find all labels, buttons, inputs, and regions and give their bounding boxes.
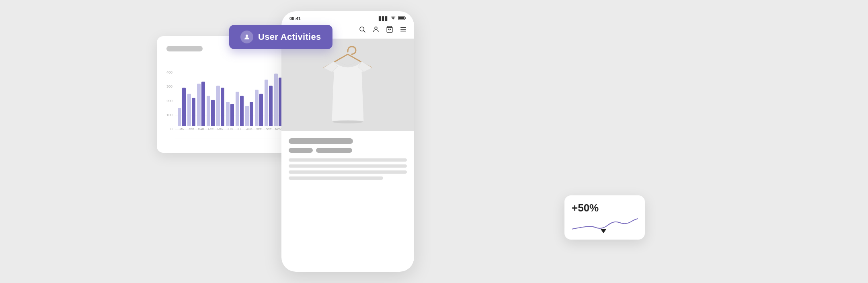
bar-wrapper-9 <box>265 80 273 126</box>
chart-title-placeholder <box>166 46 203 51</box>
phone-product-image <box>281 39 414 131</box>
cart-icon[interactable] <box>386 26 393 35</box>
y-label-400: 400 <box>166 71 172 74</box>
product-line-2 <box>289 164 407 168</box>
bar-light-4 <box>216 86 220 126</box>
bar-wrapper-7 <box>245 102 253 126</box>
bar-dark-4 <box>221 88 224 126</box>
bar-light-0 <box>178 108 181 126</box>
y-label-0: 0 <box>166 127 172 131</box>
phone-time: 09:41 <box>289 16 301 21</box>
bar-label-2: MAR <box>198 128 204 131</box>
bar-label-3: APR <box>208 128 213 131</box>
bar-wrapper-3 <box>207 96 215 126</box>
bar-label-1: FEB <box>189 128 194 131</box>
bar-dark-1 <box>192 98 195 126</box>
phone-status-icons: ▋▋▋ <box>379 15 406 22</box>
badge-label: User Activities <box>258 32 321 42</box>
bar-dark-5 <box>230 104 234 126</box>
product-lines <box>289 158 407 180</box>
bar-wrapper-1 <box>187 94 195 126</box>
bar-light-6 <box>236 92 239 126</box>
widget-card: +50% <box>564 195 645 240</box>
search-icon[interactable] <box>359 26 366 35</box>
product-tag-2 <box>316 148 352 153</box>
y-label-200: 200 <box>166 99 172 103</box>
product-tag-1 <box>289 148 313 153</box>
bar-label-8: SEP <box>256 128 262 131</box>
bar-group-jun: JUN <box>226 102 234 131</box>
bar-light-8 <box>255 90 259 126</box>
svg-point-13 <box>332 120 363 123</box>
product-title-placeholder <box>289 138 353 144</box>
svg-line-5 <box>363 31 365 32</box>
cursor-icon <box>601 229 606 233</box>
bar-group-may: MAY <box>216 86 224 131</box>
user-icon <box>240 31 253 43</box>
phone-frame: 09:41 ▋▋▋ <box>281 11 414 272</box>
bar-dark-3 <box>211 100 215 126</box>
menu-icon[interactable] <box>400 26 407 35</box>
phone-product-info <box>281 131 414 180</box>
bar-label-6: JUL <box>237 128 242 131</box>
bar-group-sep: SEP <box>255 90 263 131</box>
bar-wrapper-5 <box>226 102 234 126</box>
bar-wrapper-2 <box>197 82 205 126</box>
bar-group-feb: FEB <box>187 94 195 131</box>
bar-dark-9 <box>269 86 273 126</box>
bar-group-jul: JUL <box>236 92 244 131</box>
bar-group-aug: AUG <box>245 102 253 131</box>
bar-light-1 <box>187 94 191 126</box>
bar-label-9: OCT <box>266 128 272 131</box>
bar-label-7: AUG <box>246 128 252 131</box>
bar-dark-8 <box>259 94 263 126</box>
bar-dark-6 <box>240 96 244 126</box>
widget-percent-label: +50% <box>572 202 638 214</box>
bar-label-5: JUN <box>227 128 233 131</box>
bar-wrapper-8 <box>255 90 263 126</box>
bar-label-10: NOV <box>275 128 281 131</box>
product-tags <box>289 148 407 153</box>
bar-group-apr: APR <box>207 96 215 131</box>
bar-wrapper-4 <box>216 86 224 126</box>
y-label-100: 100 <box>166 113 172 117</box>
bar-label-4: MAY <box>218 128 224 131</box>
chart-y-labels: 0 100 200 300 400 <box>166 71 172 139</box>
svg-rect-2 <box>398 17 404 19</box>
battery-icon <box>398 16 406 21</box>
bar-group-oct: OCT <box>265 80 273 131</box>
product-line-3 <box>289 170 407 174</box>
bar-group-jan: JAN <box>178 88 186 131</box>
wifi-icon <box>390 15 396 22</box>
product-line-1 <box>289 158 407 162</box>
bar-light-2 <box>197 84 201 126</box>
svg-point-0 <box>246 35 248 37</box>
bar-light-10 <box>274 74 278 126</box>
svg-point-6 <box>375 27 377 29</box>
bar-light-3 <box>207 96 210 126</box>
signal-icon: ▋▋▋ <box>379 16 388 21</box>
y-label-300: 300 <box>166 85 172 88</box>
bar-light-7 <box>245 106 249 126</box>
product-line-4 <box>289 176 383 180</box>
bar-light-5 <box>226 102 230 126</box>
bar-dark-2 <box>201 82 205 126</box>
user-activities-badge: User Activities <box>229 25 332 49</box>
bar-dark-7 <box>250 102 253 126</box>
bar-label-0: JAN <box>179 128 184 131</box>
bar-group-mar: MAR <box>197 82 205 131</box>
bar-light-9 <box>265 80 268 126</box>
svg-rect-3 <box>405 17 406 19</box>
bar-dark-0 <box>182 88 186 126</box>
scene: 0 100 200 300 400 JANFEBMARAPRMAYJUNJULA… <box>0 0 868 283</box>
phone-status-bar: 09:41 ▋▋▋ <box>281 11 414 24</box>
bar-wrapper-0 <box>178 88 186 126</box>
account-icon[interactable] <box>372 26 380 35</box>
svg-point-4 <box>360 27 364 31</box>
widget-sparkline <box>572 215 638 233</box>
bar-wrapper-6 <box>236 92 244 126</box>
